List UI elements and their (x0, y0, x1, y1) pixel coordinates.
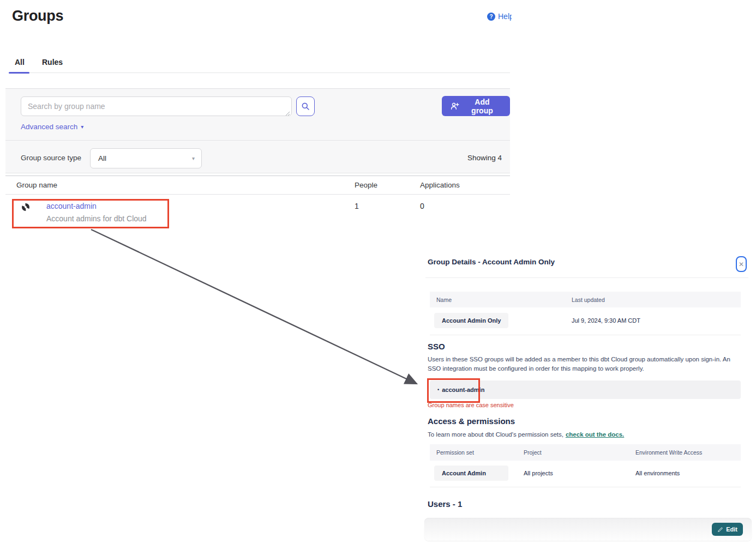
access-permissions-heading: Access & permissions (428, 416, 515, 426)
project-value: All projects (524, 470, 553, 476)
environment-value: All environments (635, 470, 680, 476)
sso-description: Users in these SSO groups will be added … (428, 355, 742, 374)
help-label: Help (498, 12, 512, 21)
permissions-table-row: Account Admin All projects All environme… (430, 461, 741, 487)
group-name-value: Account Admin Only (434, 313, 508, 328)
add-group-button[interactable]: Add group (442, 96, 510, 116)
panel-divider (425, 277, 748, 278)
filter-divider (5, 140, 510, 141)
add-user-icon (451, 102, 459, 111)
panel-footer: Edit (424, 518, 752, 541)
case-sensitive-warning: Group names are case sensitive (428, 402, 514, 408)
tab-all[interactable]: All (15, 58, 25, 67)
group-source-type-label: Group source type (21, 154, 81, 162)
edit-label: Edit (726, 526, 737, 533)
docs-link[interactable]: check out the docs. (566, 431, 624, 438)
table-row-account-admin[interactable]: account-admin Account admins for dbt Clo… (5, 195, 510, 229)
advanced-search-toggle[interactable]: Advanced search ▾ (21, 123, 83, 131)
column-header-applications: Applications (420, 181, 460, 189)
group-source-type-select[interactable]: All ▾ (90, 148, 202, 168)
help-question-icon: ? (487, 13, 495, 21)
add-group-label: Add group (463, 98, 501, 115)
sso-group-chip: • account-admin (430, 380, 741, 399)
search-input[interactable] (21, 96, 292, 116)
column-header-environment-write-access: Environment Write Access (635, 449, 702, 456)
search-button[interactable] (296, 96, 315, 116)
bullet-icon: • (437, 387, 439, 392)
permission-set-value: Account Admin (434, 466, 508, 481)
group-gear-icon (22, 203, 29, 211)
chevron-down-icon: ▾ (192, 155, 195, 161)
close-button[interactable]: ✕ (736, 256, 747, 272)
groups-table-header: Group name People Applications (5, 176, 510, 195)
close-icon: ✕ (739, 261, 744, 268)
access-intro-text: To learn more about dbt Cloud's permissi… (428, 431, 563, 438)
users-heading: Users - 1 (428, 499, 462, 509)
permissions-table-header: Permission set Project Environment Write… (430, 444, 741, 461)
showing-count: Showing 4 (436, 154, 502, 162)
group-description: Account admins for dbt Cloud (46, 214, 147, 223)
group-applications-count: 0 (420, 202, 424, 210)
group-people-count: 1 (355, 202, 359, 210)
column-header-name: Name (436, 297, 452, 303)
group-name-link[interactable]: account-admin (46, 202, 97, 210)
pencil-icon (717, 527, 723, 533)
last-updated-value: Jul 9, 2024, 9:30 AM CDT (572, 317, 640, 324)
active-tab-underline (9, 72, 29, 74)
column-header-last-updated: Last updated (572, 297, 605, 303)
page-title: Groups (12, 8, 63, 25)
screenshot-root: Groups ? Help All Rules Add g (0, 0, 756, 550)
tab-rules[interactable]: Rules (42, 58, 63, 67)
group-source-type-value: All (98, 154, 106, 162)
name-table-row: Account Admin Only Jul 9, 2024, 9:30 AM … (430, 307, 741, 335)
advanced-search-label: Advanced search (21, 123, 77, 131)
chevron-down-icon: ▾ (81, 124, 83, 130)
sso-heading: SSO (428, 342, 445, 351)
search-icon (301, 102, 310, 111)
tab-bar: All Rules (9, 55, 510, 73)
name-table-header: Name Last updated (430, 292, 741, 307)
help-link[interactable]: ? Help (487, 12, 512, 21)
edit-button[interactable]: Edit (712, 523, 743, 536)
access-permissions-description: To learn more about dbt Cloud's permissi… (428, 431, 624, 438)
group-details-panel: Group Details - Account Admin Only ✕ Nam… (425, 251, 752, 548)
column-header-permission-set: Permission set (436, 449, 474, 456)
sso-group-chip-label: account-admin (442, 386, 484, 393)
panel-title: Group Details - Account Admin Only (428, 258, 555, 266)
column-header-project: Project (524, 449, 542, 456)
column-header-people: People (355, 181, 377, 189)
column-header-group-name: Group name (16, 181, 57, 189)
filter-panel: Add group Advanced search ▾ Group source… (5, 88, 510, 173)
